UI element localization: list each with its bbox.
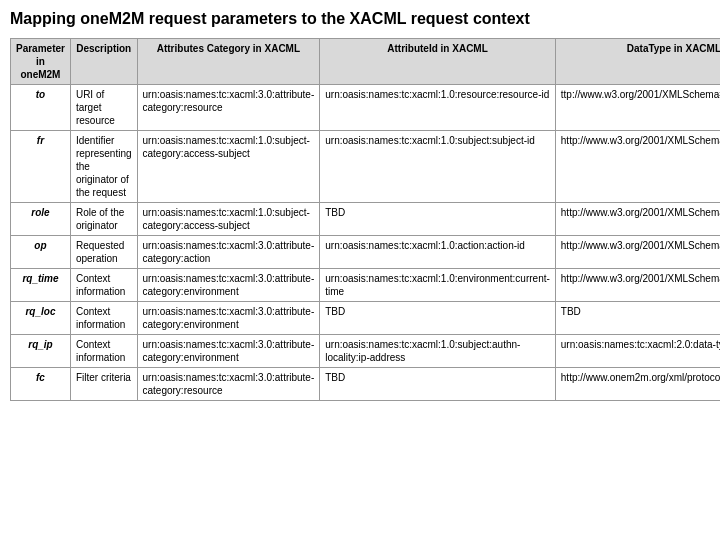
dtype-cell: urn:oasis:names:tc:xacml:2.0:data-type:i… bbox=[555, 335, 720, 368]
header-param: Parameter in oneM2M bbox=[11, 39, 71, 85]
param-cell: rq_loc bbox=[11, 302, 71, 335]
dtype-cell: http://www.w3.org/2001/XMLSchema#string bbox=[555, 203, 720, 236]
mapping-table: Parameter in oneM2M Description Attribut… bbox=[10, 38, 720, 401]
header-attrid: AttributeId in XACML bbox=[320, 39, 556, 85]
dtype-cell: ttp://www.w3.org/2001/XMLSchema#anyURI bbox=[555, 85, 720, 131]
param-cell: fc bbox=[11, 368, 71, 401]
desc-cell: Identifier representing the originator o… bbox=[70, 131, 137, 203]
header-attrcat: Attributes Category in XACML bbox=[137, 39, 320, 85]
attrid-cell: TBD bbox=[320, 302, 556, 335]
page-title: Mapping oneM2M request parameters to the… bbox=[10, 10, 710, 28]
header-desc: Description bbox=[70, 39, 137, 85]
param-cell: rq_time bbox=[11, 269, 71, 302]
attrcat-cell: urn:oasis:names:tc:xacml:3.0:attribute-c… bbox=[137, 335, 320, 368]
attrid-cell: urn:oasis:names:tc:xacml:1.0:subject:sub… bbox=[320, 131, 556, 203]
desc-cell: Filter criteria bbox=[70, 368, 137, 401]
attrcat-cell: urn:oasis:names:tc:xacml:3.0:attribute-c… bbox=[137, 368, 320, 401]
attrid-cell: TBD bbox=[320, 203, 556, 236]
param-cell: role bbox=[11, 203, 71, 236]
table-row: rq_timeContext informationurn:oasis:name… bbox=[11, 269, 721, 302]
dtype-cell: http://www.w3.org/2001/XMLSchema#string bbox=[555, 131, 720, 203]
param-cell: fr bbox=[11, 131, 71, 203]
param-cell: rq_ip bbox=[11, 335, 71, 368]
dtype-cell: http://www.onem2m.org/xml/protocols/#fil… bbox=[555, 368, 720, 401]
desc-cell: Role of the originator bbox=[70, 203, 137, 236]
attrcat-cell: urn:oasis:names:tc:xacml:1.0:subject-cat… bbox=[137, 131, 320, 203]
table-row: opRequested operationurn:oasis:names:tc:… bbox=[11, 236, 721, 269]
desc-cell: Requested operation bbox=[70, 236, 137, 269]
table-row: roleRole of the originatorurn:oasis:name… bbox=[11, 203, 721, 236]
dtype-cell: http://www.w3.org/2001/XMLSchema#string bbox=[555, 236, 720, 269]
attrcat-cell: urn:oasis:names:tc:xacml:3.0:attribute-c… bbox=[137, 85, 320, 131]
table-row: toURI of target resourceurn:oasis:names:… bbox=[11, 85, 721, 131]
table-row: rq_locContext informationurn:oasis:names… bbox=[11, 302, 721, 335]
attrid-cell: urn:oasis:names:tc:xacml:1.0:action:acti… bbox=[320, 236, 556, 269]
desc-cell: Context information bbox=[70, 335, 137, 368]
dtype-cell: http://www.w3.org/2001/XMLSchema#time bbox=[555, 269, 720, 302]
attrcat-cell: urn:oasis:names:tc:xacml:1.0:subject-cat… bbox=[137, 203, 320, 236]
attrid-cell: TBD bbox=[320, 368, 556, 401]
attrcat-cell: urn:oasis:names:tc:xacml:3.0:attribute-c… bbox=[137, 269, 320, 302]
attrcat-cell: urn:oasis:names:tc:xacml:3.0:attribute-c… bbox=[137, 236, 320, 269]
dtype-cell: TBD bbox=[555, 302, 720, 335]
param-cell: to bbox=[11, 85, 71, 131]
table-row: rq_ipContext informationurn:oasis:names:… bbox=[11, 335, 721, 368]
attrid-cell: urn:oasis:names:tc:xacml:1.0:environment… bbox=[320, 269, 556, 302]
attrcat-cell: urn:oasis:names:tc:xacml:3.0:attribute-c… bbox=[137, 302, 320, 335]
param-cell: op bbox=[11, 236, 71, 269]
desc-cell: Context information bbox=[70, 302, 137, 335]
table-row: fcFilter criteriaurn:oasis:names:tc:xacm… bbox=[11, 368, 721, 401]
table-row: frIdentifier representing the originator… bbox=[11, 131, 721, 203]
attrid-cell: urn:oasis:names:tc:xacml:1.0:resource:re… bbox=[320, 85, 556, 131]
header-dtype: DataType in XACML bbox=[555, 39, 720, 85]
attrid-cell: urn:oasis:names:tc:xacml:1.0:subject:aut… bbox=[320, 335, 556, 368]
desc-cell: URI of target resource bbox=[70, 85, 137, 131]
desc-cell: Context information bbox=[70, 269, 137, 302]
